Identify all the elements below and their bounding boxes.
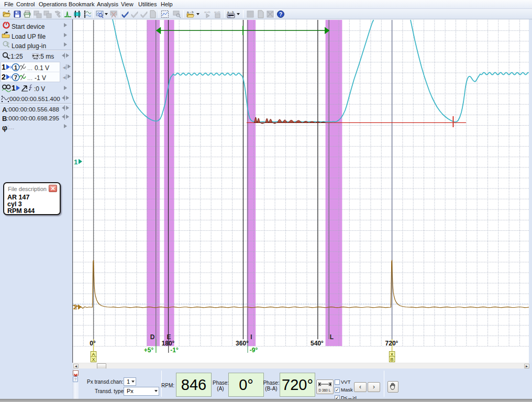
svg-text:a→b: a→b (227, 10, 234, 14)
svg-text:B: B (390, 357, 394, 362)
svg-text:?: ? (279, 12, 282, 17)
svg-text:X: X (92, 357, 95, 362)
svg-text:D 360 L: D 360 L (319, 388, 331, 392)
svg-text:-1°: -1° (170, 347, 179, 354)
svg-text:7: 7 (14, 74, 17, 81)
svg-text:0°: 0° (90, 340, 96, 347)
svg-text:A: A (92, 352, 95, 357)
svg-text:180°: 180° (162, 340, 175, 347)
svg-text:E: E (167, 333, 171, 341)
svg-text:a→b: a→b (187, 10, 194, 14)
svg-text:X: X (391, 352, 394, 357)
svg-text:D: D (150, 333, 155, 341)
svg-text:720°: 720° (385, 340, 398, 347)
svg-text:L: L (330, 333, 334, 341)
svg-text:+5°: +5° (144, 347, 154, 354)
svg-text:a↣b: a↣b (204, 10, 210, 14)
svg-text:360°: 360° (236, 340, 249, 347)
svg-text:2: 2 (73, 303, 77, 311)
svg-text:-9°: -9° (250, 347, 258, 354)
svg-text:I: I (250, 333, 252, 341)
svg-text:1: 1 (74, 158, 78, 166)
svg-text:1: 1 (14, 64, 17, 71)
svg-text:540°: 540° (311, 340, 324, 347)
svg-text:a↣b: a↣b (214, 10, 220, 14)
